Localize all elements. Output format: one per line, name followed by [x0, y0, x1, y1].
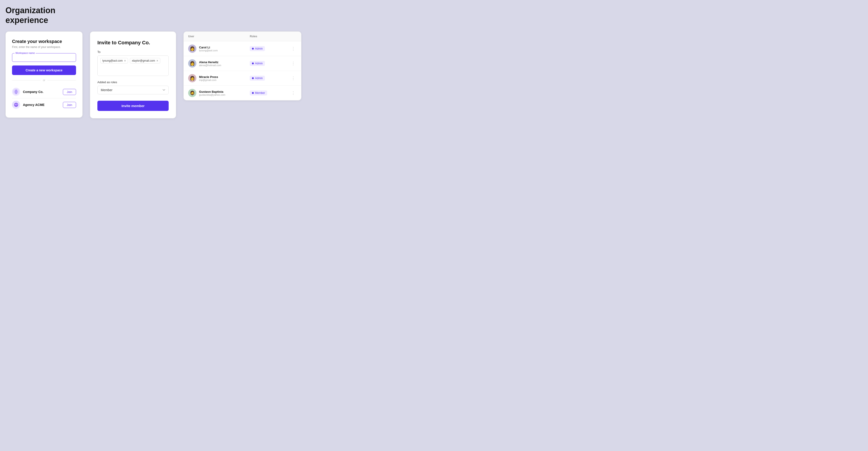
- invite-member-button[interactable]: Invite member: [97, 101, 169, 111]
- join-agency-button[interactable]: Join: [63, 102, 76, 108]
- svg-text:👩: 👩: [190, 61, 195, 66]
- role-badge: Member: [250, 90, 267, 95]
- roles-label: Added as roles: [97, 81, 169, 84]
- user-cell: 👩 Alena Herwitz alena@hotmail.com: [188, 59, 241, 67]
- table-header-row: User Roles: [184, 32, 301, 41]
- users-table: User Roles 👩 Carol Li: [184, 32, 301, 100]
- svg-text:👩: 👩: [190, 46, 195, 51]
- invite-card: Invite to Company Co. To lyoung@aol.com …: [90, 31, 176, 118]
- create-workspace-title: Create your workspace: [12, 39, 76, 44]
- email-tag-0: lyoung@aol.com ×: [100, 58, 128, 63]
- email-tag-1: xtaylor@gmail.com ×: [130, 58, 160, 63]
- user-email: alena@hotmail.com: [199, 64, 221, 66]
- remove-email-1[interactable]: ×: [156, 59, 158, 62]
- col-user: User: [184, 32, 245, 41]
- user-name: Miracle Press: [199, 75, 218, 79]
- workspace-item-agency-acme: Agency ACME Join: [12, 98, 76, 111]
- user-email: gustavoba@yahoo.com: [199, 93, 225, 96]
- role-dot: [252, 92, 254, 94]
- user-email: mp@gmail.com: [199, 79, 218, 81]
- role-badge: Admin: [250, 46, 265, 51]
- create-workspace-card: Create your workspace First, enter the n…: [5, 31, 83, 118]
- invite-title: Invite to Company Co.: [97, 40, 169, 46]
- join-company-button[interactable]: Join: [63, 89, 76, 95]
- user-email: lyoung@aol.com: [199, 49, 218, 52]
- role-badge: Admin: [250, 76, 265, 81]
- svg-point-4: [16, 104, 17, 106]
- user-name: Carol Li: [199, 46, 218, 49]
- workspace-name-field: Workspace name: [12, 53, 76, 62]
- table-row: 👩 Carol Li lyoung@aol.com Admin ⋮: [184, 41, 301, 56]
- company-co-logo: [12, 88, 20, 96]
- more-options-button[interactable]: ⋮: [290, 46, 297, 52]
- role-select[interactable]: Member Admin Viewer: [97, 86, 169, 94]
- or-divider: or: [12, 79, 76, 82]
- user-name: Alena Herwitz: [199, 60, 221, 64]
- role-dot: [252, 48, 254, 50]
- svg-text:🧔: 🧔: [190, 90, 195, 95]
- workspace-name-company: Company Co.: [23, 90, 43, 94]
- more-options-button[interactable]: ⋮: [290, 60, 297, 66]
- user-cell: 👩 Miracle Press mp@gmail.com: [188, 74, 241, 82]
- more-options-button[interactable]: ⋮: [290, 75, 297, 81]
- col-roles: Roles: [245, 32, 281, 41]
- role-badge: Admin: [250, 61, 265, 66]
- users-card: User Roles 👩 Carol Li: [183, 31, 302, 101]
- workspace-item-company-co: Company Co. Join: [12, 85, 76, 98]
- page-title: Organization experience: [5, 5, 863, 25]
- workspace-name-label: Workspace name: [14, 52, 36, 54]
- create-workspace-subtitle: First, enter the name of your workspace.: [12, 46, 76, 49]
- email-tags-area[interactable]: lyoung@aol.com × xtaylor@gmail.com ×: [97, 55, 169, 76]
- avatar: 👩: [188, 74, 196, 82]
- to-label: To: [97, 50, 169, 54]
- user-name: Gustavo Baptista: [199, 90, 225, 93]
- avatar: 👩: [188, 59, 196, 67]
- workspace-name-agency: Agency ACME: [23, 103, 44, 107]
- table-row: 👩 Miracle Press mp@gmail.com Admin ⋮: [184, 71, 301, 86]
- table-row: 👩 Alena Herwitz alena@hotmail.com Admin …: [184, 56, 301, 71]
- role-dot: [252, 77, 254, 79]
- remove-email-0[interactable]: ×: [124, 59, 126, 62]
- user-cell: 👩 Carol Li lyoung@aol.com: [188, 45, 241, 53]
- user-cell: 🧔 Gustavo Baptista gustavoba@yahoo.com: [188, 89, 241, 97]
- svg-text:👩: 👩: [190, 76, 195, 81]
- workspace-name-input[interactable]: [15, 56, 73, 60]
- role-dot: [252, 62, 254, 64]
- avatar: 🧔: [188, 89, 196, 97]
- avatar: 👩: [188, 45, 196, 53]
- agency-acme-logo: [12, 101, 20, 109]
- create-workspace-button[interactable]: Create a new workspace: [12, 65, 76, 75]
- table-row: 🧔 Gustavo Baptista gustavoba@yahoo.com M…: [184, 86, 301, 101]
- more-options-button[interactable]: ⋮: [290, 90, 297, 96]
- cards-row: Create your workspace First, enter the n…: [5, 31, 863, 118]
